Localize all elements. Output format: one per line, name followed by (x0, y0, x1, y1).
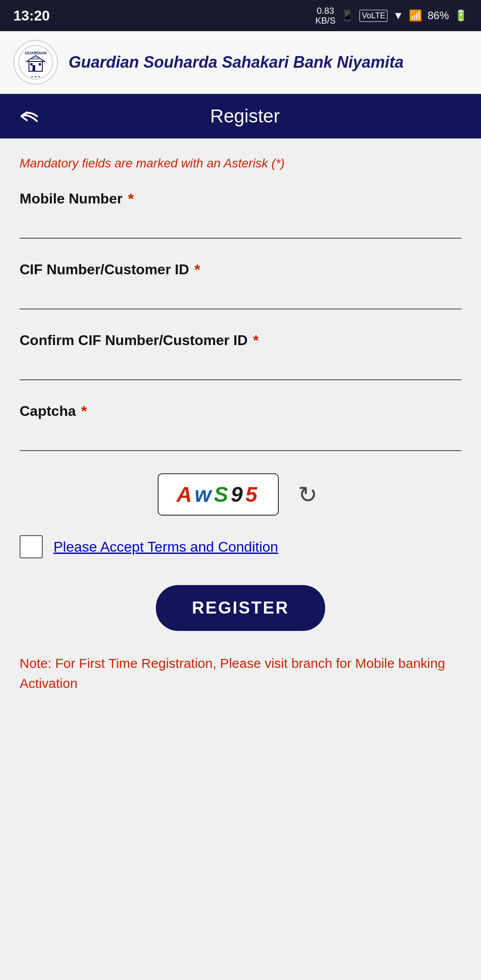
confirm-cif-label: Confirm CIF Number/Customer ID * (20, 332, 461, 349)
captcha-char-A: A (176, 483, 195, 506)
captcha-char-5: 5 (245, 483, 260, 506)
captcha-char-9: 9 (231, 483, 245, 506)
registration-note: Note: For First Time Registration, Pleas… (20, 653, 461, 693)
page-title: Register (53, 106, 436, 127)
battery-label: 86% (428, 9, 449, 22)
svg-rect-6 (39, 63, 41, 65)
main-content: Mandatory fields are marked with an Aste… (0, 138, 481, 711)
cif-number-label: CIF Number/Customer ID * (20, 261, 461, 278)
svg-text:✦ ✦ ✦: ✦ ✦ ✦ (31, 75, 41, 78)
back-icon (17, 104, 41, 129)
confirm-cif-input[interactable] (20, 355, 461, 380)
refresh-icon: ↻ (298, 481, 318, 508)
captcha-required-asterisk: * (81, 403, 87, 420)
mobile-required-asterisk: * (128, 190, 134, 207)
mobile-number-field: Mobile Number * (20, 190, 461, 239)
back-button[interactable] (13, 101, 45, 132)
captcha-image-box: AwS95 (158, 473, 278, 516)
status-bar: 13:20 0.83KB/S 📱 VoLTE ▼ 📶 86% 🔋 (0, 0, 481, 31)
cif-required-asterisk: * (194, 261, 200, 278)
volte-icon: VoLTE (359, 10, 387, 22)
bank-name: Guardian Souharda Sahakari Bank Niyamita (69, 53, 404, 72)
signal-icon: 📶 (409, 9, 422, 22)
status-time: 13:20 (13, 8, 50, 24)
confirm-cif-field: Confirm CIF Number/Customer ID * (20, 332, 461, 380)
captcha-char-w: w (195, 483, 214, 506)
cif-number-field: CIF Number/Customer ID * (20, 261, 461, 309)
app-logo: GUARDIAN BANK ✦ ✦ ✦ (13, 40, 58, 85)
terms-label[interactable]: Please Accept Terms and Condition (53, 539, 278, 555)
register-button[interactable]: REGISTER (156, 585, 325, 631)
battery-icon: 🔋 (454, 9, 468, 22)
svg-rect-4 (33, 65, 35, 71)
status-icons: 0.83KB/S 📱 VoLTE ▼ 📶 86% 🔋 (315, 6, 468, 25)
refresh-captcha-button[interactable]: ↻ (292, 479, 323, 510)
logo-svg: GUARDIAN BANK ✦ ✦ ✦ (18, 45, 53, 80)
captcha-label: Captcha * (20, 403, 461, 420)
terms-checkbox[interactable] (20, 535, 43, 558)
data-speed-label: 0.83KB/S (315, 6, 336, 25)
nav-bar: Register (0, 94, 481, 138)
mobile-number-label: Mobile Number * (20, 190, 461, 207)
cif-number-input[interactable] (20, 285, 461, 309)
svg-rect-5 (30, 63, 33, 65)
svg-text:GUARDIAN: GUARDIAN (25, 51, 47, 55)
phone-icon: 📱 (341, 9, 354, 22)
confirm-cif-required-asterisk: * (253, 332, 259, 349)
captcha-field: Captcha * (20, 403, 461, 451)
mandatory-note: Mandatory fields are marked with an Aste… (20, 156, 461, 171)
captcha-input[interactable] (20, 426, 461, 451)
app-header: GUARDIAN BANK ✦ ✦ ✦ Guardian Souharda Sa… (0, 31, 481, 94)
terms-row: Please Accept Terms and Condition (20, 535, 461, 558)
wifi-icon: ▼ (393, 9, 404, 22)
captcha-char-S: S (214, 483, 231, 506)
mobile-number-input[interactable] (20, 214, 461, 239)
captcha-display-row: AwS95 ↻ (20, 473, 461, 516)
